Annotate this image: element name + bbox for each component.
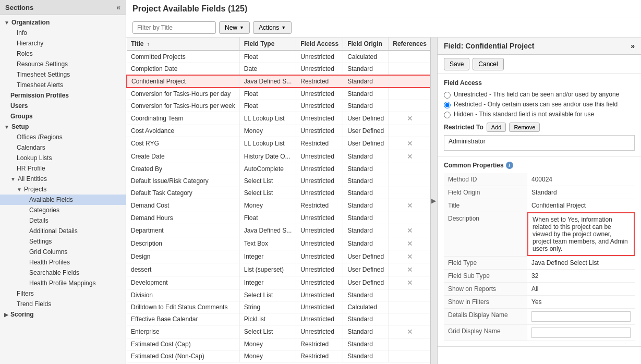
radio-item-unrestricted: Unrestricted - This field can be seen an… (444, 91, 635, 99)
cell-references (389, 163, 430, 175)
cell-field-type: Float (239, 100, 296, 112)
new-dropdown-arrow: ▼ (239, 25, 244, 30)
sidebar-item-lookup-lists[interactable]: ▶Lookup Lists (0, 153, 126, 163)
common-properties-title: Common Properties i (444, 162, 635, 169)
cell-references: ✕ (389, 112, 430, 125)
new-button[interactable]: New ▼ (219, 21, 250, 34)
col-field-type[interactable]: Field Type (239, 38, 296, 51)
property-input[interactable] (531, 327, 631, 338)
right-panel-collapse-btn[interactable]: » (631, 42, 635, 50)
sidebar-item-health-profiles[interactable]: ▶Health Profiles (0, 257, 126, 268)
table-row[interactable]: Drilldown to Edit Status Comments String… (127, 301, 430, 313)
table-row[interactable]: Demand Hours Float Unrestricted Standard (127, 212, 430, 224)
cell-field-origin: User Defined (343, 263, 389, 276)
sidebar-label-lookup-lists: Lookup Lists (17, 154, 52, 162)
sidebar-item-groups[interactable]: ▶Groups (0, 111, 126, 122)
table-row[interactable]: Default Issue/Risk Category Select List … (127, 175, 430, 187)
table-row[interactable]: Confidential Project Java Defined S... R… (127, 75, 430, 88)
property-value: Yes (527, 296, 635, 308)
sidebar-item-all-entities[interactable]: ▼All Entities (0, 174, 126, 184)
table-row[interactable]: Cost RYG LL Lookup List Restricted User … (127, 137, 430, 150)
cell-references (389, 350, 430, 362)
cell-field-type: Text Box (239, 237, 296, 250)
table-row[interactable]: Development Integer Unrestricted User De… (127, 276, 430, 289)
table-row[interactable]: dessert List (superset) Unrestricted Use… (127, 263, 430, 276)
table-row[interactable]: Completion Date Date Unrestricted Standa… (127, 63, 430, 76)
sidebar-item-grid-columns[interactable]: ▶Grid Columns (0, 247, 126, 257)
restricted-value: Administrator (449, 138, 486, 145)
table-row[interactable]: Effective Base Calendar PickList Unrestr… (127, 313, 430, 325)
cancel-button[interactable]: Cancel (473, 58, 503, 70)
sidebar-item-setup[interactable]: ▼Setup (0, 122, 126, 132)
radio-restricted[interactable] (444, 102, 451, 108)
panel-collapse-handle[interactable]: ▶ (430, 38, 438, 364)
table-row[interactable]: Estimated Cost (Cap) Money Restricted St… (127, 338, 430, 350)
sidebar-item-resource-settings[interactable]: ▶Resource Settings (0, 59, 126, 69)
table-row[interactable]: Design Integer Unrestricted User Defined… (127, 250, 430, 263)
sidebar-arrow-projects: ▼ (17, 187, 22, 192)
sidebar-label-organization: Organization (11, 19, 50, 26)
sidebar-item-details[interactable]: ▶Details (0, 215, 126, 226)
sidebar-collapse-btn[interactable]: « (116, 3, 120, 11)
cell-field-type: Money (239, 350, 296, 362)
property-value[interactable] (527, 325, 635, 341)
cell-field-type: PickList (239, 313, 296, 325)
field-access-section: Field Access Unrestricted - This field c… (438, 74, 641, 156)
sidebar-item-permission-profiles[interactable]: ▶Permission Profiles (0, 90, 126, 101)
save-button[interactable]: Save (444, 58, 469, 70)
cell-references (389, 289, 430, 301)
property-input[interactable] (531, 311, 631, 322)
cell-field-origin: Standard (343, 175, 389, 187)
col-field-access[interactable]: Field Access (296, 38, 343, 51)
table-row[interactable]: Coordinating Team LL Lookup List Unrestr… (127, 112, 430, 125)
sidebar-item-trend-fields[interactable]: ▶Trend Fields (0, 299, 126, 309)
actions-button[interactable]: Actions ▼ (253, 21, 292, 34)
sidebar-item-hr-profile[interactable]: ▶HR Profile (0, 163, 126, 174)
sidebar-item-info[interactable]: ▶Info (0, 28, 126, 38)
table-row[interactable]: Committed Projects Float Unrestricted Ca… (127, 51, 430, 63)
sidebar-item-roles[interactable]: ▶Roles (0, 48, 126, 59)
table-row[interactable]: Cost Avoidance Money Unrestricted User D… (127, 125, 430, 137)
remove-button[interactable]: Remove (509, 123, 540, 132)
sidebar-item-calendars[interactable]: ▶Calendars (0, 142, 126, 153)
sidebar-item-timesheet-alerts[interactable]: ▶Timesheet Alerts (0, 80, 126, 90)
col-field-origin[interactable]: Field Origin (343, 38, 389, 51)
sidebar-item-available-fields[interactable]: ▶Available Fields (0, 195, 126, 205)
add-button[interactable]: Add (487, 123, 506, 132)
radio-unrestricted[interactable] (444, 92, 451, 99)
table-row[interactable]: Conversion for Tasks-Hours per week Floa… (127, 100, 430, 112)
table-row[interactable]: Create Date History Date O... Unrestrict… (127, 150, 430, 163)
table-row[interactable]: Estimated Cost (Non-Cap) Money Restricte… (127, 350, 430, 362)
table-row[interactable]: Default Task Category Select List Unrest… (127, 187, 430, 199)
sidebar-item-offices-regions[interactable]: ▶Offices /Regions (0, 132, 126, 142)
sidebar-item-hierarchy[interactable]: ▶Hierarchy (0, 38, 126, 48)
col-title[interactable]: Title ↑ (127, 38, 239, 51)
cell-field-access: Restricted (296, 137, 343, 150)
sidebar-header: Sections « (0, 0, 126, 15)
col-references[interactable]: References (389, 38, 430, 51)
sidebar-item-timesheet-settings[interactable]: ▶Timesheet Settings (0, 69, 126, 80)
table-row[interactable]: Conversion for Tasks-Hours per day Float… (127, 88, 430, 100)
sidebar-label-filters: Filters (17, 290, 34, 297)
table-row[interactable]: Demand Cost Money Restricted Standard ✕ (127, 199, 430, 212)
sidebar-item-scoring[interactable]: ▶Scoring (0, 309, 126, 320)
radio-hidden[interactable] (444, 112, 451, 118)
table-row[interactable]: Enterprise Select List Unrestricted Stan… (127, 325, 430, 338)
sidebar-item-settings[interactable]: ▶Settings (0, 236, 126, 247)
table-row[interactable]: Description Text Box Unrestricted Standa… (127, 237, 430, 250)
cell-field-access: Unrestricted (296, 250, 343, 263)
sidebar-item-projects[interactable]: ▼Projects (0, 184, 126, 195)
sidebar-item-additional-details[interactable]: ▶Additional Details (0, 226, 126, 236)
sidebar-item-categories[interactable]: ▶Categories (0, 205, 126, 215)
sidebar-item-users[interactable]: ▶Users (0, 101, 126, 111)
sidebar-item-organization[interactable]: ▼Organization (0, 17, 126, 28)
filter-input[interactable] (132, 21, 216, 34)
sidebar-item-health-profile-mappings[interactable]: ▶Health Profile Mappings (0, 278, 126, 288)
table-row[interactable]: Created By AutoComplete Unrestricted Sta… (127, 163, 430, 175)
table-row[interactable]: Department Java Defined S... Unrestricte… (127, 224, 430, 237)
table-row[interactable]: Division Select List Unrestricted Standa… (127, 289, 430, 301)
cell-references: ✕ (389, 276, 430, 289)
sidebar-item-filters[interactable]: ▶Filters (0, 288, 126, 299)
property-value[interactable] (527, 309, 635, 324)
sidebar-item-searchable-fields[interactable]: ▶Searchable Fields (0, 268, 126, 278)
